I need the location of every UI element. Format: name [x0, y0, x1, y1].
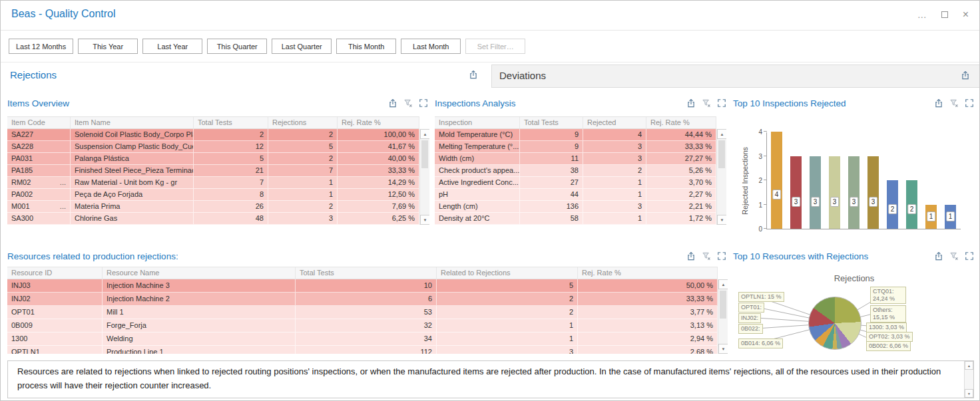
scroll-down-icon[interactable]: ▼ — [420, 215, 429, 225]
export-icon[interactable] — [961, 70, 970, 80]
column-header[interactable]: Resource Name — [103, 267, 296, 279]
pie-callout-label[interactable]: INJ02: — [738, 313, 761, 323]
inspections-row[interactable]: pH4412,27 % — [435, 189, 716, 201]
expand-icon[interactable] — [965, 98, 974, 108]
filter-icon[interactable] — [702, 251, 711, 261]
bar[interactable]: 3 — [810, 156, 821, 229]
pie-callout-label[interactable]: CTQ01: 24,24 % — [870, 287, 906, 304]
filter-button[interactable]: Last Year — [142, 39, 202, 54]
expand-icon[interactable] — [965, 251, 974, 261]
pie-callout-label[interactable]: 0B022: — [738, 324, 763, 334]
export-icon[interactable] — [388, 98, 397, 108]
scroll-up-icon[interactable]: ▲ — [718, 279, 728, 289]
filter-button[interactable]: Last 12 Months — [9, 39, 73, 54]
items-row[interactable]: PA002Peça de Aço Forjada8112,50 % — [7, 189, 419, 201]
pie[interactable] — [808, 297, 861, 350]
items-row[interactable]: PA185Finished Steel Piece_Pieza Terminad… — [7, 165, 419, 177]
bar[interactable]: 4 — [771, 132, 782, 229]
filter-button[interactable]: This Year — [78, 39, 138, 54]
column-header[interactable]: Rej. Rate % — [646, 117, 716, 128]
column-header[interactable]: Rej. Rate % — [578, 267, 718, 279]
expand-icon[interactable] — [717, 98, 726, 108]
scroll-up-icon[interactable]: ▲ — [965, 361, 973, 370]
column-header[interactable]: Rejections — [268, 117, 338, 128]
filter-button[interactable]: Last Month — [401, 39, 461, 54]
column-header[interactable]: Total Tests — [520, 117, 583, 128]
scroll-up-icon[interactable]: ▲ — [420, 129, 429, 139]
scroll-up-icon[interactable]: ▲ — [717, 129, 726, 139]
column-header[interactable]: Total Tests — [296, 267, 437, 279]
note-scrollbar[interactable]: ▲ ▼ — [964, 361, 973, 398]
inspections-row[interactable]: Width (cm)11327,27 % — [435, 153, 716, 165]
filter-icon[interactable] — [403, 98, 413, 108]
resources-scrollbar[interactable]: ▲ ▼ — [718, 279, 728, 354]
inspections-row[interactable]: Mold Temperature (°C)9444,44 % — [435, 129, 716, 141]
maximize-button[interactable] — [941, 6, 948, 23]
set-filter-button[interactable]: Set Filter… — [465, 39, 525, 54]
scroll-thumb[interactable] — [718, 140, 725, 168]
filter-button[interactable]: This Quarter — [207, 39, 267, 54]
bar[interactable]: 1 — [945, 205, 956, 229]
inspections-row[interactable]: Check product's appea...3825,26 % — [435, 165, 716, 177]
tab-deviations[interactable]: Deviations — [491, 65, 979, 88]
items-scrollbar[interactable]: ▲ ▼ — [419, 129, 429, 225]
items-row[interactable]: RM02...Raw Material - Unit bom Kg - gr71… — [7, 177, 419, 189]
export-icon[interactable] — [686, 98, 696, 108]
tab-rejections[interactable]: Rejections — [1, 65, 491, 88]
pie-callout-label[interactable]: Others: 15,15 % — [870, 305, 906, 323]
bar[interactable]: 1 — [925, 205, 937, 229]
bar[interactable]: 3 — [867, 156, 879, 229]
column-header[interactable]: Related to Rejections — [437, 267, 578, 279]
pie-callout-label[interactable]: OPT02: 3,03 % — [866, 332, 913, 342]
pie-callout-label[interactable]: 0B002: 6,06 % — [866, 341, 911, 351]
scroll-thumb[interactable] — [720, 291, 726, 319]
close-button[interactable]: × — [963, 6, 969, 23]
resources-row[interactable]: OPTLN1Production Line 111232,68 % — [7, 346, 718, 354]
pie-callout-label[interactable]: 1300: 3,03 % — [866, 323, 907, 333]
scroll-down-icon[interactable]: ▼ — [965, 389, 973, 398]
inspections-scrollbar[interactable]: ▲ ▼ — [716, 129, 726, 225]
inspections-row[interactable]: Density at 20°C5811,72 % — [435, 213, 716, 225]
items-row[interactable]: PA031Palanga Plástica5240,00 % — [7, 153, 419, 165]
column-header[interactable]: Inspection — [435, 117, 520, 128]
items-row[interactable]: M001...Materia Prima2627,69 % — [7, 201, 419, 213]
bar[interactable]: 2 — [906, 180, 917, 229]
bar[interactable]: 3 — [790, 156, 802, 229]
items-row[interactable]: SA227Solenoid Coil Plastic Body_Corpo Pl… — [7, 129, 419, 141]
filter-icon[interactable] — [702, 98, 711, 108]
resources-row[interactable]: OPT01Mill 15323,77 % — [7, 306, 718, 319]
export-icon[interactable] — [934, 98, 943, 108]
filter-icon[interactable] — [949, 251, 959, 261]
pie-callout-label[interactable]: OPTLN1: 15 % — [738, 292, 784, 302]
inspections-row[interactable]: Active Ingredient Conc...2713,70 % — [435, 177, 716, 189]
items-row[interactable]: SA300Chlorine Gas4836,25 % — [7, 213, 419, 225]
export-icon[interactable] — [934, 251, 943, 261]
expand-icon[interactable] — [717, 251, 726, 261]
inspections-row[interactable]: Length (cm)13632,21 % — [435, 201, 716, 213]
column-header[interactable]: Rej. Rate % — [338, 117, 419, 128]
export-icon[interactable] — [686, 251, 696, 261]
column-header[interactable]: Rejected — [583, 117, 646, 128]
scroll-down-icon[interactable]: ▼ — [717, 215, 726, 225]
column-header[interactable]: Item Code — [7, 117, 71, 128]
bar[interactable]: 2 — [887, 180, 898, 229]
column-header[interactable]: Resource ID — [7, 267, 103, 279]
scroll-down-icon[interactable]: ▼ — [718, 344, 728, 354]
scroll-thumb[interactable] — [421, 140, 428, 168]
expand-icon[interactable] — [419, 98, 428, 108]
resources-row[interactable]: 1300Welding3412,94 % — [7, 333, 718, 346]
inspections-row[interactable]: Melting Temperature (°...9333,33 % — [435, 141, 716, 153]
export-icon[interactable] — [469, 70, 478, 79]
more-options-icon[interactable]: … — [917, 6, 927, 23]
resources-row[interactable]: 0B009Forge_Forja3213,13 % — [7, 319, 718, 333]
column-header[interactable]: Item Name — [71, 117, 194, 128]
resources-row[interactable]: INJ02Injection Machine 26233,33 % — [7, 293, 718, 306]
bar[interactable]: 3 — [848, 156, 859, 229]
filter-icon[interactable] — [949, 98, 959, 108]
pie-callout-label[interactable]: 0B014: 6,06 % — [738, 338, 783, 348]
filter-button[interactable]: Last Quarter — [272, 39, 332, 54]
column-header[interactable]: Total Tests — [194, 117, 268, 128]
resources-row[interactable]: INJ03Injection Machine 310550,00 % — [7, 279, 718, 293]
pie-callout-label[interactable]: OPT01: — [738, 303, 764, 313]
bar[interactable]: 3 — [829, 156, 840, 229]
